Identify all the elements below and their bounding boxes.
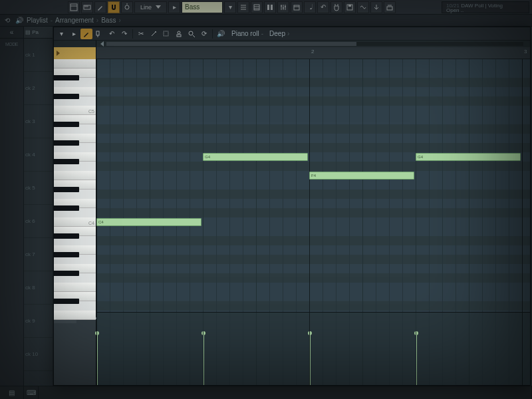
track-header[interactable]: ck 10 (24, 338, 53, 371)
prol-cut-tool[interactable]: ✂ (135, 29, 147, 39)
snap-mode-label: Line (140, 4, 152, 11)
prol-crumb-root[interactable]: Piano roll (231, 30, 259, 37)
footer-keyboard-icon[interactable]: ⌨ (24, 386, 39, 400)
tool-onestep-button[interactable] (370, 1, 382, 13)
horizontal-scrollbar[interactable] (106, 42, 523, 46)
svg-rect-15 (271, 5, 273, 10)
track-header[interactable]: ck 8 (24, 271, 53, 305)
sync-icon[interactable]: ⟲ (3, 16, 12, 25)
svg-point-21 (285, 6, 286, 7)
svg-rect-25 (348, 5, 351, 7)
tool-playlist-button[interactable] (237, 1, 249, 13)
separator-icon: - (51, 17, 53, 24)
svg-rect-26 (387, 7, 392, 10)
prol-speaker-icon[interactable]: 🔊 (215, 29, 227, 39)
svg-rect-14 (267, 5, 269, 10)
speaker-icon[interactable]: 🔊 (15, 16, 24, 25)
prol-stamp-tool[interactable] (173, 29, 185, 39)
divider (212, 29, 213, 39)
tool-browser-button[interactable] (291, 1, 303, 13)
play-from-start-icon[interactable] (57, 51, 60, 56)
track-header[interactable]: ck 7 (24, 238, 53, 271)
playlist-crumb-root[interactable]: Playlist (27, 17, 48, 24)
note-F4[interactable]: F4 (309, 172, 414, 180)
prol-draw-tool[interactable] (80, 29, 92, 39)
chevron-down-icon (156, 5, 161, 9)
svg-point-20 (283, 7, 284, 9)
prol-zoom-tool[interactable] (186, 29, 198, 39)
prol-play-button[interactable]: ▸ (68, 29, 80, 39)
toolbar-record-mode-button[interactable] (121, 1, 133, 13)
toolbar-keyboard-button[interactable] (81, 1, 93, 13)
tool-tempo-button[interactable]: 𝅘𝅥 (304, 1, 316, 13)
scroll-left-icon[interactable] (100, 41, 104, 47)
svg-rect-0 (70, 4, 77, 11)
scrollbar-thumb[interactable] (106, 42, 356, 46)
track-header[interactable]: ck 9 (24, 305, 53, 338)
news-subtitle: Open .. (446, 7, 464, 13)
tool-render-button[interactable] (357, 1, 369, 13)
velocity-editor[interactable] (96, 313, 530, 385)
tool-mixer-button[interactable] (277, 1, 289, 13)
track-header[interactable]: ck 3 (24, 105, 53, 138)
toolbar-pencil-button[interactable] (94, 1, 106, 13)
snap-mode-selector[interactable]: Line (134, 1, 167, 13)
svg-point-35 (189, 31, 193, 35)
prol-menu-button[interactable]: ▾ (55, 29, 67, 39)
svg-rect-28 (96, 31, 99, 35)
note-C4[interactable]: C4 (96, 218, 201, 226)
pattern-name-field[interactable]: Bass (182, 1, 223, 13)
svg-point-33 (178, 31, 180, 34)
separator-icon: - (261, 30, 263, 37)
pattern-header-cell[interactable]: ▤ Pa (24, 27, 53, 39)
track-header[interactable]: ck 2 (24, 72, 53, 105)
prol-wand-tool[interactable] (148, 29, 160, 39)
prol-playback-tool[interactable]: ⟳ (198, 29, 210, 39)
tool-channelrack-button[interactable] (264, 1, 276, 13)
news-panel[interactable]: 10/21 DAW Poll | Voting Open .. (442, 1, 529, 13)
note-G4_1[interactable]: G4 (203, 153, 308, 161)
divider (132, 29, 133, 39)
track-header[interactable]: ck 6 (24, 205, 53, 238)
tool-undo-button[interactable]: ↶ (317, 1, 329, 13)
gutter-mode-button[interactable]: MODE (0, 39, 23, 50)
tool-save-button[interactable] (344, 1, 356, 13)
svg-point-19 (281, 5, 282, 7)
prol-undo-button[interactable]: ↶ (106, 29, 118, 39)
gutter-expand-button[interactable]: « (0, 27, 23, 39)
track-header[interactable]: ck 5 (24, 172, 53, 205)
tool-pianoroll-button[interactable] (251, 1, 263, 13)
svg-line-30 (152, 32, 156, 36)
footer-hint-bar (39, 386, 532, 400)
pattern-menu-button[interactable]: ▾ (224, 1, 236, 13)
footer-browser-toggle[interactable]: ▤ (0, 386, 24, 400)
track-header[interactable]: ck 1 (24, 39, 53, 72)
note-G4_2[interactable]: G4 (416, 153, 521, 161)
svg-point-31 (155, 31, 156, 33)
svg-line-36 (193, 35, 195, 37)
prol-select-tool[interactable] (160, 29, 172, 39)
note-grid[interactable]: C4G4F4G4 (96, 59, 530, 312)
news-title: DAW Poll | Voting (461, 3, 503, 9)
prol-crumb-channel[interactable]: Deep (269, 30, 285, 37)
toolbar-magnet-button[interactable] (108, 1, 120, 13)
playlist-crumb-pattern[interactable]: Bass (101, 17, 116, 24)
svg-rect-22 (294, 5, 299, 10)
tool-plugin-button[interactable] (331, 1, 342, 13)
prol-paint-tool[interactable] (93, 29, 105, 39)
prol-redo-button[interactable]: ↷ (118, 29, 130, 39)
svg-rect-32 (164, 31, 168, 36)
track-header[interactable]: ck 4 (24, 138, 53, 172)
chevron-right-icon: › (96, 17, 98, 24)
chevron-right-icon: › (118, 17, 120, 24)
svg-rect-34 (177, 35, 181, 37)
chevron-right-icon: › (287, 30, 289, 37)
piano-keyboard[interactable]: C5C4 (54, 59, 96, 312)
pattern-prev-button[interactable]: ▸ (168, 1, 180, 13)
tool-close-windows-button[interactable] (384, 1, 396, 13)
svg-rect-11 (254, 5, 259, 10)
piano-roll-window: ▾ ▸ ↶ ↷ ✂ ⟳ 🔊 Piano roll - Deep › (53, 27, 531, 386)
playlist-crumb-arrangement[interactable]: Arrangement (55, 17, 94, 24)
bar-ruler[interactable]: 23 (96, 47, 530, 59)
toolbar-view-button[interactable] (68, 1, 80, 13)
